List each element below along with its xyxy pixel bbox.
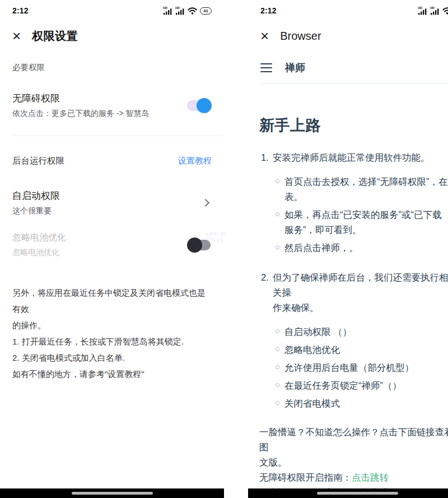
bullet-ring-icon [276, 347, 279, 351]
close-icon[interactable]: × [12, 29, 21, 43]
background-permission-row: 后台运行权限 设置教程 [12, 155, 212, 167]
list-item: 自启动权限 （） [276, 324, 448, 339]
home-indicator[interactable] [72, 492, 153, 495]
signal-icon: HD [163, 6, 172, 15]
autostart-permission-subtitle: 这个很重要 [12, 206, 203, 216]
svg-text:HD: HD [163, 6, 167, 10]
accessibility-permission-row: 无障碍权限 依次点击：更多已下载的服务 -> 智慧岛 [12, 92, 212, 119]
status-bar-right: 2:12 HD HD 41 [248, 0, 448, 16]
list-item: 如果，再点击“已安装的服务”或“已下载 服务”，即可看到。 [276, 207, 448, 238]
autostart-permission-title: 自启动权限 [12, 189, 203, 202]
signal-icon: HD [175, 6, 185, 15]
list-item: 在最近任务页锁定“禅师”（） [276, 378, 448, 393]
list-item: 然后点击禅师，。 [276, 240, 448, 255]
bullet-ring-icon [276, 245, 279, 249]
jump-link-accessibility[interactable]: 点击跳转 [352, 472, 389, 482]
battery-optimization-subtitle: 忽略电池优化 [12, 248, 187, 258]
battery-icon: 41 [200, 7, 212, 15]
divider [12, 136, 224, 136]
battery-optimization-title: 忽略电池优化 [12, 232, 187, 244]
bullet-list: 首页点击去授权，选择“无障碍权限”，在列 表。 如果，再点击“已安装的服务”或“… [248, 174, 448, 255]
bullet-list: 自启动权限 （） 忽略电池优化 允许使用后台电量（部分机型） 在最近任务页锁定“… [248, 324, 448, 411]
doc-nav-bar: 禅师 [260, 61, 448, 84]
setup-tutorial-link[interactable]: 设置教程 [178, 156, 212, 166]
list-item: 关闭省电模式 [276, 396, 448, 411]
accessibility-permission-subtitle: 依次点击：更多已下载的服务 -> 智慧岛 [12, 109, 187, 119]
menu-icon[interactable] [260, 63, 272, 72]
svg-text:HD: HD [430, 6, 435, 10]
home-bar [248, 488, 448, 498]
bullet-ring-icon [276, 401, 279, 405]
permission-settings-screen: 2:12 HD HD 41 [0, 0, 224, 498]
numbered-item: 1. 安装完禅师后就能正常使用软件功能。 [261, 150, 448, 165]
section-label-required-permissions: 必要权限 [12, 62, 212, 73]
clock: 2:12 [12, 6, 29, 15]
numbered-item: 2. 但为了确保禅师在后台，我们还需要执行相关操 作来确保。 [261, 270, 448, 315]
accessibility-permission-title: 无障碍权限 [12, 92, 187, 105]
svg-text:HD: HD [175, 6, 180, 10]
background-permission-title: 后台运行权限 [12, 155, 178, 167]
status-bar-left: 2:12 HD HD 41 [0, 0, 224, 16]
outro-text: 一脸懵逼？不知道怎么操作？点击下面链接查看图 文版。 [259, 425, 448, 470]
bullet-ring-icon [276, 212, 279, 216]
bullet-ring-icon [276, 383, 279, 387]
extra-tips-text: 另外，将应用在最近任务中锁定及关闭省电模式也是有效 的操作。 1. 打开最近任务… [12, 285, 212, 382]
close-icon[interactable]: × [260, 29, 269, 43]
list-item: 允许使用后台电量（部分机型） [276, 360, 448, 375]
accessibility-toggle[interactable] [187, 98, 212, 113]
guide-line-accessibility: 无障碍权限开启指南：点击跳转 [259, 470, 448, 485]
browser-title: Browser [280, 30, 321, 43]
page-title: 权限设置 [32, 29, 78, 44]
clock: 2:12 [260, 6, 277, 15]
browser-screen: 2:12 HD HD 41 [248, 0, 448, 498]
home-indicator[interactable] [317, 492, 398, 495]
signal-icon: HD [418, 6, 427, 15]
battery-optimization-row: 忽略电池优化 忽略电池优化 [12, 232, 212, 258]
svg-text:HD: HD [418, 6, 422, 10]
chevron-right-icon [202, 199, 209, 207]
signal-icon: HD [430, 6, 440, 15]
watermark: AOYI.VI ////// X1 [205, 231, 244, 244]
wifi-icon [442, 7, 448, 15]
home-bar [0, 488, 224, 498]
wifi-icon [188, 7, 197, 15]
bullet-ring-icon [276, 365, 279, 369]
bullet-ring-icon [276, 329, 279, 333]
list-item: 首页点击去授权，选择“无障碍权限”，在列 表。 [276, 174, 448, 204]
autostart-permission-row[interactable]: 自启动权限 这个很重要 [12, 189, 212, 216]
doc-heading: 新手上路 [259, 115, 448, 136]
bullet-ring-icon [276, 179, 279, 183]
site-title-link[interactable]: 禅师 [285, 61, 305, 75]
list-item: 忽略电池优化 [276, 342, 448, 357]
